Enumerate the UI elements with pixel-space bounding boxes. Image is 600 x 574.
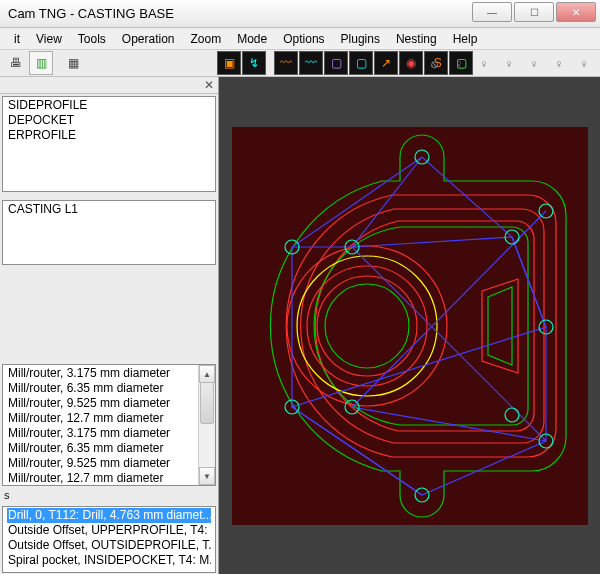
red-offset-outer [286,195,556,457]
panel-close-icon[interactable]: ✕ [0,77,218,94]
dot-red-icon[interactable]: ◉ [399,51,423,75]
square-purple-icon[interactable]: ▢ [324,51,348,75]
toolpath-rapid [292,157,546,495]
scrollbar[interactable]: ▲ ▼ [198,365,215,485]
list-item[interactable]: Outside Offset, UPPERPROFILE, T4: [7,523,211,538]
operations-list[interactable]: Drill, 0, T112: Drill, 4.763 mm diamet..… [2,506,216,573]
q-icon-1[interactable]: ⍉ [422,52,446,76]
main-area: ✕ SIDEPROFILE DEPOCKET ERPROFILE CASTING… [0,77,600,574]
tools-list[interactable]: Mill/router, 3.175 mm diameter Mill/rout… [2,364,216,486]
inner-pocket [314,227,528,425]
menu-mode[interactable]: Mode [229,30,275,48]
grid-icon[interactable]: ▦ [61,51,85,75]
side-panel: ✕ SIDEPROFILE DEPOCKET ERPROFILE CASTING… [0,77,219,574]
minimize-button[interactable]: — [472,2,512,22]
red-circle-out [287,246,447,406]
wave-orange-icon[interactable]: 〰 [274,51,298,75]
q-icon-3[interactable]: ♀ [472,52,496,76]
q-icon-4[interactable]: ♀ [497,52,521,76]
close-button[interactable]: ✕ [556,2,596,22]
list-item[interactable]: ERPROFILE [7,128,211,143]
layers-list[interactable]: SIDEPROFILE DEPOCKET ERPROFILE [2,96,216,193]
list-item[interactable]: Mill/router, 12.7 mm diameter [7,411,195,426]
toolpath-rapid2 [292,237,546,495]
list-item[interactable]: Drill, 0, T112: Drill, 4.763 mm diamet..… [7,508,211,523]
menu-bar: it View Tools Operation Zoom Mode Option… [0,28,600,50]
toolbar: 🖶 ▥ ▦ ▣ ↯ 〰 〰 ▢ ▢ ↗ ◉ .S ▢ ⍉ ♀ ♀ ♀ ♀ ♀ ♀ [0,50,600,77]
menu-tools[interactable]: Tools [70,30,114,48]
menu-options[interactable]: Options [275,30,332,48]
slot-d [488,287,512,365]
q-icon-6[interactable]: ♀ [547,52,571,76]
panel-spacer [2,269,216,360]
menu-zoom[interactable]: Zoom [183,30,230,48]
menu-operation[interactable]: Operation [114,30,183,48]
cad-canvas[interactable] [232,127,588,525]
list-item[interactable]: DEPOCKET [7,113,211,128]
mode-icon-1[interactable]: ▣ [217,51,241,75]
svg-point-15 [510,413,514,417]
list-item[interactable]: Mill/router, 6.35 mm diameter [7,381,195,396]
red-circle-in2 [317,276,417,376]
menu-plugins[interactable]: Plugins [333,30,388,48]
list-item[interactable]: Mill/router, 12.7 mm diameter [7,471,195,485]
pointer-icon[interactable]: ↗ [374,51,398,75]
q-icon-5[interactable]: ♀ [522,52,546,76]
title-bar: Cam TNG - CASTING BASE — ☐ ✕ [0,0,600,28]
scroll-up-icon[interactable]: ▲ [199,365,215,383]
menu-view[interactable]: View [28,30,70,48]
print-icon[interactable]: 🖶 [4,51,28,75]
yellow-circle [297,256,437,396]
square-teal-icon[interactable]: ▢ [349,51,373,75]
q-icon-7[interactable]: ♀ [572,52,596,76]
green-circle [325,284,409,368]
operations-header: s [0,488,218,504]
parts-list[interactable]: CASTING L1 [2,200,216,265]
window-title: Cam TNG - CASTING BASE [8,6,174,21]
list-item[interactable]: Mill/router, 3.175 mm diameter [7,426,195,441]
layout-toggle-icon[interactable]: ▥ [29,51,53,75]
maximize-button[interactable]: ☐ [514,2,554,22]
menu-item[interactable]: it [6,30,28,48]
list-item[interactable]: CASTING L1 [7,202,211,217]
canvas-viewport[interactable] [219,77,600,574]
list-item[interactable]: Mill/router, 9.525 mm diameter [7,456,195,471]
mode-icon-2[interactable]: ↯ [242,51,266,75]
scroll-thumb[interactable] [200,382,214,424]
list-item[interactable]: Mill/router, 9.525 mm diameter [7,396,195,411]
list-item[interactable]: Outside Offset, OUTSIDEPROFILE, T... [7,538,211,553]
red-offset-inner [300,209,543,443]
scroll-down-icon[interactable]: ▼ [199,467,215,485]
menu-help[interactable]: Help [445,30,486,48]
q-icon-2[interactable]: ♀ [447,52,471,76]
list-item[interactable]: SIDEPROFILE [7,98,211,113]
list-item[interactable]: Mill/router, 6.35 mm diameter [7,441,195,456]
svg-point-14 [505,408,519,422]
toolbar-right-group: ⍉ ♀ ♀ ♀ ♀ ♀ ♀ [422,52,596,76]
window-controls: — ☐ ✕ [472,2,596,22]
menu-nesting[interactable]: Nesting [388,30,445,48]
list-item[interactable]: Spiral pocket, INSIDEPOCKET, T4: M... [7,553,211,568]
list-item[interactable]: Mill/router, 3.175 mm diameter [7,366,195,381]
wave-teal-icon[interactable]: 〰 [299,51,323,75]
